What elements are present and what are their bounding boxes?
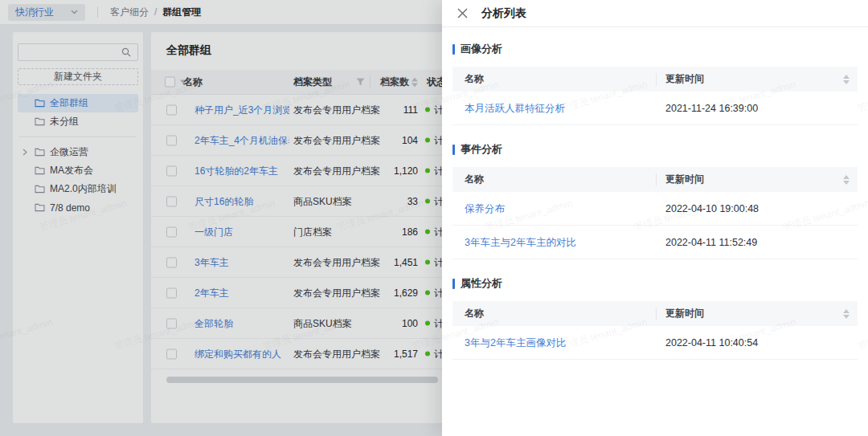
drawer-header: 分析列表 bbox=[442, 0, 868, 27]
sort-icon[interactable] bbox=[843, 175, 850, 185]
column-header-name: 名称 bbox=[465, 72, 484, 86]
section-table-header: 名称 更新时间 bbox=[452, 167, 858, 192]
section-bar-icon bbox=[452, 279, 455, 289]
sort-icon[interactable] bbox=[843, 75, 850, 84]
section-title: 事件分析 bbox=[452, 142, 858, 157]
analysis-name-link[interactable]: 3年车主与2年车主的对比 bbox=[465, 235, 576, 249]
list-item: 本月活跃人群特征分析 2021-11-24 16:39:00 bbox=[452, 92, 858, 125]
drawer-body: 画像分析 名称 更新时间 本月活跃人群特征分析 2021-11-24 16:39… bbox=[442, 27, 868, 360]
updated-time: 2022-04-11 10:40:54 bbox=[665, 337, 758, 348]
close-icon[interactable] bbox=[457, 8, 468, 18]
analysis-name-link[interactable]: 3年与2年车主画像对比 bbox=[465, 336, 566, 349]
section-title: 画像分析 bbox=[452, 42, 858, 56]
section-title-label: 事件分析 bbox=[461, 142, 502, 157]
analysis-name-link[interactable]: 保养分布 bbox=[465, 202, 505, 215]
drawer-title: 分析列表 bbox=[481, 6, 526, 21]
list-item: 3年与2年车主画像对比 2022-04-11 10:40:54 bbox=[452, 326, 858, 360]
column-header-updated: 更新时间 bbox=[665, 173, 704, 186]
section-title-label: 画像分析 bbox=[461, 42, 502, 56]
header-divider bbox=[656, 173, 657, 186]
sort-icon[interactable] bbox=[843, 309, 850, 319]
column-header-name: 名称 bbox=[465, 307, 484, 320]
column-header-updated: 更新时间 bbox=[665, 72, 704, 86]
updated-time: 2022-04-11 11:52:49 bbox=[665, 237, 757, 248]
section-profile-analysis: 画像分析 名称 更新时间 本月活跃人群特征分析 2021-11-24 16:39… bbox=[452, 42, 858, 125]
analysis-drawer: 分析列表 画像分析 名称 更新时间 本月活跃人群特征分析 2021-11-24 … bbox=[442, 0, 868, 436]
section-bar-icon bbox=[452, 145, 455, 155]
section-title: 属性分析 bbox=[452, 276, 858, 291]
list-item: 保养分布 2022-04-10 19:00:48 bbox=[452, 192, 858, 226]
section-table-header: 名称 更新时间 bbox=[452, 301, 858, 326]
updated-time: 2021-11-24 16:39:00 bbox=[665, 103, 758, 114]
header-divider bbox=[656, 73, 657, 86]
header-divider bbox=[656, 308, 657, 320]
section-event-analysis: 事件分析 名称 更新时间 保养分布 2022-04-10 19:00:48 3年… bbox=[452, 142, 858, 259]
section-table-header: 名称 更新时间 bbox=[452, 67, 858, 92]
section-bar-icon bbox=[452, 44, 455, 55]
column-header-updated: 更新时间 bbox=[665, 307, 704, 320]
section-title-label: 属性分析 bbox=[461, 276, 502, 291]
section-attribute-analysis: 属性分析 名称 更新时间 3年与2年车主画像对比 2022-04-11 10:4… bbox=[452, 276, 858, 360]
analysis-name-link[interactable]: 本月活跃人群特征分析 bbox=[465, 101, 565, 115]
list-item: 3年车主与2年车主的对比 2022-04-11 11:52:49 bbox=[452, 226, 858, 259]
updated-time: 2022-04-10 19:00:48 bbox=[665, 203, 759, 214]
column-header-name: 名称 bbox=[465, 173, 484, 186]
